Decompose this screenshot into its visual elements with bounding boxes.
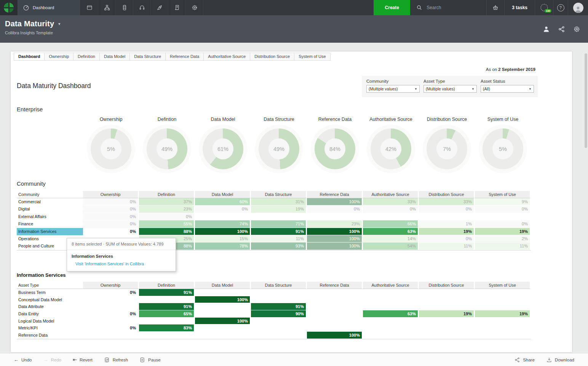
value-cell[interactable] bbox=[475, 289, 531, 296]
value-cell[interactable]: 15% bbox=[195, 235, 251, 242]
navbtn-rocket[interactable] bbox=[151, 0, 168, 15]
value-cell[interactable] bbox=[419, 318, 475, 325]
navbtn-database[interactable] bbox=[116, 0, 133, 15]
value-cell[interactable] bbox=[475, 303, 531, 310]
donut-chart[interactable]: 42% bbox=[371, 128, 411, 169]
collibra-logo-tile[interactable] bbox=[0, 0, 18, 15]
donut-chart[interactable]: 61% bbox=[203, 128, 243, 169]
value-cell[interactable] bbox=[251, 289, 307, 296]
value-cell[interactable]: 100% bbox=[195, 296, 251, 303]
value-cell[interactable]: 0% bbox=[83, 198, 139, 205]
progress-button[interactable]: 100 bbox=[535, 0, 553, 15]
donut-chart[interactable]: 7% bbox=[427, 128, 467, 169]
value-cell[interactable] bbox=[363, 296, 419, 303]
value-cell[interactable] bbox=[139, 296, 195, 303]
value-cell[interactable]: 11% bbox=[475, 242, 531, 250]
search-input[interactable]: Search bbox=[410, 0, 486, 15]
donut-chart[interactable]: 49% bbox=[147, 128, 187, 169]
value-cell[interactable]: 0% bbox=[139, 213, 195, 220]
value-cell[interactable] bbox=[195, 213, 251, 220]
value-cell[interactable] bbox=[307, 303, 363, 310]
product-tab-dashboard[interactable]: Dashboard bbox=[18, 0, 81, 15]
tab-dashboard[interactable]: Dashboard bbox=[14, 53, 45, 61]
value-cell[interactable]: 100% bbox=[307, 198, 363, 205]
value-cell[interactable]: 11% bbox=[251, 235, 307, 242]
value-cell[interactable] bbox=[307, 296, 363, 303]
value-cell[interactable] bbox=[307, 213, 363, 220]
value-cell[interactable]: 23% bbox=[307, 220, 363, 228]
value-cell[interactable]: 19% bbox=[475, 228, 531, 235]
value-cell[interactable]: 0% bbox=[195, 205, 251, 213]
value-cell[interactable]: 74% bbox=[195, 220, 251, 228]
value-cell[interactable] bbox=[419, 213, 475, 220]
value-cell[interactable]: 19% bbox=[475, 310, 531, 318]
value-cell[interactable]: 65% bbox=[139, 310, 195, 318]
value-cell[interactable]: 55% bbox=[139, 220, 195, 228]
value-cell[interactable]: 60% bbox=[195, 198, 251, 205]
value-cell[interactable]: 0% bbox=[419, 205, 475, 213]
navbtn-windows[interactable] bbox=[81, 0, 98, 15]
share-icon[interactable] bbox=[558, 26, 565, 33]
value-cell[interactable] bbox=[419, 296, 475, 303]
value-cell[interactable]: 78% bbox=[195, 242, 251, 250]
value-cell[interactable] bbox=[251, 318, 307, 325]
value-cell[interactable] bbox=[419, 324, 475, 332]
value-cell[interactable] bbox=[475, 332, 531, 339]
row-label[interactable]: Data Attribute bbox=[17, 303, 83, 310]
value-cell[interactable]: 90% bbox=[251, 310, 307, 318]
value-cell[interactable]: 88% bbox=[139, 228, 195, 235]
value-cell[interactable] bbox=[307, 318, 363, 325]
value-cell[interactable]: 19% bbox=[419, 310, 475, 318]
value-cell[interactable] bbox=[195, 289, 251, 296]
value-cell[interactable]: 19% bbox=[251, 205, 307, 213]
value-cell[interactable]: 100% bbox=[307, 332, 363, 339]
filter-select[interactable]: (Multiple values)▼ bbox=[423, 85, 477, 93]
tab-data-model[interactable]: Data Model bbox=[99, 53, 130, 61]
value-cell[interactable] bbox=[363, 303, 419, 310]
value-cell[interactable]: 100% bbox=[195, 318, 251, 325]
value-cell[interactable] bbox=[475, 324, 531, 332]
tooltip-link[interactable]: Visit 'Information Services' in Collibra bbox=[75, 262, 171, 266]
value-cell[interactable] bbox=[307, 324, 363, 332]
refresh-button[interactable]: Refresh bbox=[104, 357, 128, 363]
value-cell[interactable]: 0% bbox=[307, 205, 363, 213]
value-cell[interactable] bbox=[251, 213, 307, 220]
value-cell[interactable] bbox=[251, 296, 307, 303]
filter-select[interactable]: (All)▼ bbox=[481, 85, 534, 93]
value-cell[interactable] bbox=[475, 296, 531, 303]
download-button[interactable]: Download bbox=[546, 357, 574, 363]
value-cell[interactable]: 63% bbox=[363, 228, 419, 235]
value-cell[interactable]: 0% bbox=[83, 213, 139, 220]
donut-chart[interactable]: 49% bbox=[259, 128, 299, 169]
value-cell[interactable] bbox=[83, 332, 139, 339]
donut-chart[interactable]: 84% bbox=[315, 128, 355, 169]
value-cell[interactable]: 0% bbox=[475, 220, 531, 228]
value-cell[interactable]: 0% bbox=[83, 289, 139, 296]
value-cell[interactable]: 19% bbox=[419, 228, 475, 235]
value-cell[interactable]: 91% bbox=[139, 303, 195, 310]
value-cell[interactable]: 63% bbox=[363, 310, 419, 318]
tab-reference-data[interactable]: Reference Data bbox=[165, 53, 204, 61]
value-cell[interactable] bbox=[363, 324, 419, 332]
donut-chart[interactable]: 5% bbox=[483, 128, 523, 169]
person-icon[interactable] bbox=[543, 26, 550, 33]
value-cell[interactable]: 0% bbox=[83, 228, 139, 235]
navbtn-sitemap[interactable] bbox=[98, 0, 116, 15]
value-cell[interactable]: 91% bbox=[251, 303, 307, 310]
value-cell[interactable] bbox=[419, 303, 475, 310]
navbtn-scroll[interactable] bbox=[168, 0, 186, 15]
value-cell[interactable] bbox=[307, 310, 363, 318]
value-cell[interactable]: 100% bbox=[307, 235, 363, 242]
value-cell[interactable] bbox=[363, 318, 419, 325]
value-cell[interactable]: 100% bbox=[307, 228, 363, 235]
row-label[interactable]: Conceptual Data Model bbox=[17, 296, 83, 303]
value-cell[interactable] bbox=[419, 289, 475, 296]
row-label[interactable]: Reference Data bbox=[17, 332, 83, 339]
user-menu-button[interactable] bbox=[568, 0, 588, 15]
tab-system-of-use[interactable]: System of Use bbox=[294, 53, 331, 61]
filter-select[interactable]: (Multiple values)▼ bbox=[366, 85, 420, 93]
value-cell[interactable] bbox=[195, 303, 251, 310]
value-cell[interactable] bbox=[363, 332, 419, 339]
value-cell[interactable]: 0% bbox=[475, 205, 531, 213]
value-cell[interactable]: 0% bbox=[419, 235, 475, 242]
